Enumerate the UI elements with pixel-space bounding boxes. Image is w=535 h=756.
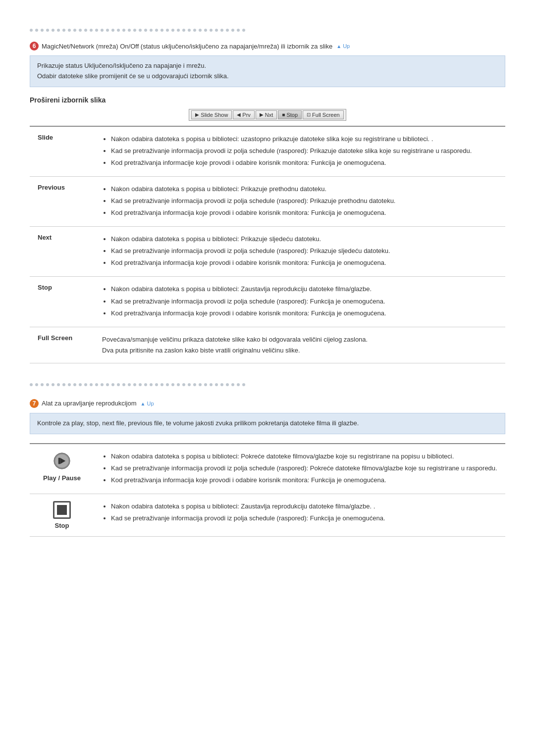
next-bullet-2: Kad se pretraživanje informacija provodi…	[111, 246, 497, 256]
stop-content: Nakon odabira datoteka s popisa u biblio…	[94, 277, 505, 327]
section6-info-box: Prikazuje status Uključeno/Isključeno za…	[30, 55, 505, 87]
stop-label2: Stop	[55, 522, 69, 529]
toolbar-btn-slideshow[interactable]: ▶ Slide Show	[191, 110, 232, 119]
stop2-bullet-2: Kad se pretraživanje informacija provodi…	[111, 513, 497, 524]
subsection-title: Prošireni izbornik slika	[30, 96, 505, 104]
middle-dot-separator	[30, 383, 505, 386]
toolbar-container: ▶ Slide Show ◀ Prv ▶ Nxt ■ Stop ⊡ Full S…	[30, 109, 505, 121]
table-row-previous: Previous Nakon odabira datoteka s popisa…	[30, 176, 505, 226]
stop-bullet-2: Kad se pretraživanje informacija provodi…	[111, 296, 497, 307]
section6-table: Slide Nakon odabira datoteka s popisa u …	[30, 126, 505, 363]
play-pause-bullet-1: Nakon odabira datoteka s popisa u biblio…	[111, 451, 497, 462]
slide-bullet-3: Kod pretraživanja informacije koje provo…	[111, 157, 497, 168]
fullscreen-label-cell: Full Screen	[30, 327, 94, 363]
next-content: Nakon odabira datoteka s popisa u biblio…	[94, 227, 505, 277]
table-row-play-pause: Play / Pause Nakon odabira datoteka s po…	[30, 444, 505, 494]
fullscreen-content: Povećava/smanjuje veličinu prikaza datot…	[94, 327, 505, 363]
slide-bullet-2: Kad se pretraživanje informacija provodi…	[111, 146, 497, 156]
table-row-next: Next Nakon odabira datoteka s popisa u b…	[30, 227, 505, 277]
top-dot-separator	[30, 29, 505, 32]
fullscreen-label: Full Screen	[312, 112, 340, 118]
previous-bullet-3: Kod pretraživanja informacija koje provo…	[111, 207, 497, 218]
stop-label-cell: Stop	[30, 277, 94, 327]
fullscreen-icon: ⊡	[307, 112, 311, 117]
play-pause-bullet-3: Kod pretraživanja informacija koje provo…	[111, 475, 497, 486]
slide-label: Slide	[30, 126, 94, 177]
toolbar: ▶ Slide Show ◀ Prv ▶ Nxt ■ Stop ⊡ Full S…	[189, 109, 346, 121]
stop-icon: ■	[282, 112, 285, 117]
stop-icon-group: Stop	[38, 501, 86, 529]
previous-bullet-2: Kad se pretraživanje informacija provodi…	[111, 196, 497, 206]
slideshow-icon: ▶	[195, 112, 199, 117]
next-label: Nxt	[265, 112, 273, 118]
next-bullet-1: Nakon odabira datoteka s popisa u biblio…	[111, 234, 497, 245]
play-pause-icon	[52, 451, 72, 471]
previous-label: Previous	[30, 176, 94, 226]
play-pause-label: Play / Pause	[38, 474, 86, 482]
slide-content: Nakon odabira datoteka s popisa u biblio…	[94, 126, 505, 177]
table-row-stop: Stop Nakon odabira datoteka s popisa u b…	[30, 277, 505, 327]
stop-square-inner	[57, 505, 67, 515]
stop-square-icon	[53, 501, 71, 519]
next-label: Next	[30, 227, 94, 277]
fullscreen-text: Povećava/smanjuje veličinu prikaza datot…	[102, 334, 497, 356]
stop-label: Stop	[286, 112, 298, 118]
toolbar-btn-fullscreen[interactable]: ⊡ Full Screen	[303, 110, 344, 119]
section6-header: 6 MagicNet/Network (mreža) On/Off (statu…	[30, 42, 505, 50]
prev-icon: ◀	[237, 112, 241, 117]
table-row-slide: Slide Nakon odabira datoteka s popisa u …	[30, 126, 505, 177]
svg-rect-3	[58, 457, 60, 464]
stop-bullet-1: Nakon odabira datoteka s popisa u biblio…	[111, 284, 497, 295]
toolbar-btn-next[interactable]: ▶ Nxt	[256, 110, 277, 119]
section7-icon: 7	[30, 399, 39, 408]
next-bullet-3: Kod pretraživanja informacija koje provo…	[111, 257, 497, 268]
section7-header-text: Alat za upravljanje reprodukcijom	[42, 400, 136, 407]
section7-header: 7 Alat za upravljanje reprodukcijom ▲ Up	[30, 399, 505, 408]
table-row-stop2: Stop Nakon odabira datoteka s popisa u b…	[30, 494, 505, 536]
play-pause-bullet-2: Kad se pretraživanje informacija provodi…	[111, 463, 497, 474]
slide-bullet-1: Nakon odabira datoteka s popisa u biblio…	[111, 134, 497, 145]
slideshow-label: Slide Show	[201, 112, 228, 118]
toolbar-btn-prev[interactable]: ◀ Prv	[233, 110, 255, 119]
table-row-fullscreen: Full Screen Povećava/smanjuje veličinu p…	[30, 327, 505, 363]
section6-icon: 6	[30, 42, 39, 50]
section6-up-link[interactable]: ▲ Up	[336, 43, 350, 49]
play-pause-cell: Play / Pause	[30, 444, 94, 494]
stop-content2: Nakon odabira datoteka s popisa u biblio…	[94, 494, 505, 536]
play-pause-content: Nakon odabira datoteka s popisa u biblio…	[94, 444, 505, 494]
previous-content: Nakon odabira datoteka s popisa u biblio…	[94, 176, 505, 226]
section7-up-link[interactable]: ▲ Up	[140, 401, 154, 406]
stop-icon-cell: Stop	[30, 494, 94, 536]
prev-label: Prv	[242, 112, 251, 118]
toolbar-btn-stop[interactable]: ■ Stop	[278, 110, 302, 119]
section7-table: Play / Pause Nakon odabira datoteka s po…	[30, 443, 505, 537]
stop2-bullet-1: Nakon odabira datoteka s popisa u biblio…	[111, 501, 497, 512]
next-icon: ▶	[260, 112, 264, 117]
section6-header-text: MagicNet/Network (mreža) On/Off (status …	[42, 43, 332, 50]
page: 6 MagicNet/Network (mreža) On/Off (statu…	[0, 0, 535, 556]
section7-info-box: Kontrole za play, stop, next file, previ…	[30, 413, 505, 434]
previous-bullet-1: Nakon odabira datoteka s popisa u biblio…	[111, 184, 497, 195]
stop-bullet-3: Kod pretraživanja informacija koje provo…	[111, 308, 497, 319]
